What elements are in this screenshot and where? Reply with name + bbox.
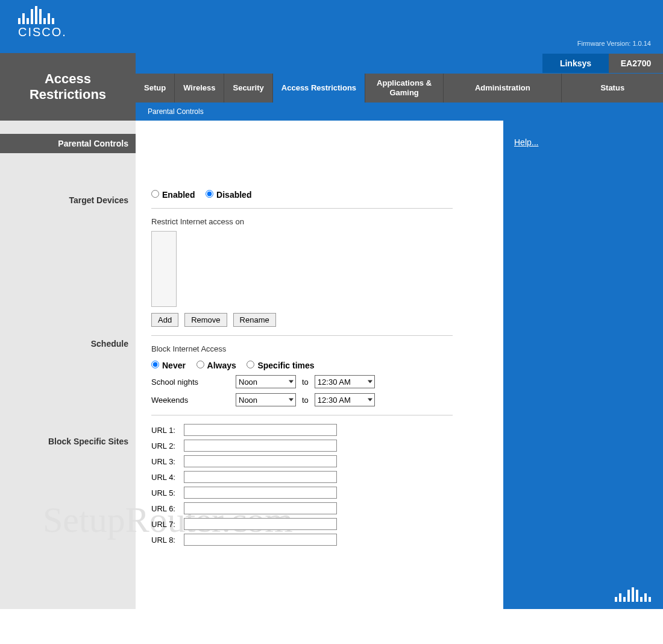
- url-label: URL 2:: [151, 441, 184, 450]
- url-input-3[interactable]: [184, 455, 337, 467]
- cisco-bars-icon: [18, 6, 67, 24]
- school-nights-label: School nights: [151, 377, 230, 387]
- tab-status[interactable]: Status: [562, 74, 663, 103]
- subtab-parental-controls[interactable]: Parental Controls: [148, 107, 204, 116]
- tab-applications-gaming[interactable]: Applications & Gaming: [365, 74, 444, 103]
- to-label: to: [302, 396, 309, 405]
- weekend-from-select[interactable]: Noon: [236, 393, 296, 406]
- url-label: URL 8:: [151, 535, 184, 545]
- school-to-select[interactable]: 12:30 AM: [315, 375, 375, 388]
- url-input-7[interactable]: [184, 518, 337, 530]
- url-input-1[interactable]: [184, 424, 337, 436]
- url-input-2[interactable]: [184, 440, 337, 452]
- url-input-5[interactable]: [184, 487, 337, 499]
- disabled-radio[interactable]: [206, 190, 213, 198]
- school-nights-row: School nights Noon to 12:30 AM: [151, 375, 490, 388]
- schedule-radio-group: Never Always Specific times: [151, 361, 490, 370]
- tab-wireless[interactable]: Wireless: [175, 74, 224, 103]
- always-radio[interactable]: [196, 361, 204, 368]
- disabled-option[interactable]: Disabled: [206, 190, 251, 200]
- rename-button[interactable]: Rename: [233, 313, 276, 327]
- weekend-to-select[interactable]: 12:30 AM: [315, 393, 375, 406]
- top-banner: CISCO. Firmware Version: 1.0.14: [0, 0, 663, 53]
- device-buttons: Add Remove Rename: [151, 313, 490, 327]
- cisco-logo-text: CISCO.: [18, 25, 67, 39]
- nav-wrap: Access Restrictions Linksys EA2700 Setup…: [0, 53, 663, 121]
- brand-row: Linksys EA2700: [136, 53, 663, 74]
- url-label: URL 4:: [151, 473, 184, 482]
- rail-parental-controls: Parental Controls: [0, 134, 136, 153]
- brand-name: Linksys: [542, 54, 609, 73]
- tab-security[interactable]: Security: [224, 74, 272, 103]
- url-row: URL 7:: [151, 518, 490, 530]
- url-label: URL 1:: [151, 426, 184, 435]
- status-radio-group: Enabled Disabled: [151, 190, 490, 200]
- url-label: URL 6:: [151, 504, 184, 513]
- url-list: URL 1:URL 2:URL 3:URL 4:URL 5:URL 6:URL …: [151, 424, 490, 546]
- url-label: URL 7:: [151, 520, 184, 529]
- weekends-label: Weekends: [151, 396, 230, 405]
- url-row: URL 4:: [151, 471, 490, 483]
- divider: [151, 335, 453, 336]
- main-panel: SetupRouter.com Enabled Disabled Restric…: [136, 121, 503, 609]
- model-name: EA2700: [609, 54, 663, 73]
- url-row: URL 5:: [151, 487, 490, 499]
- divider: [151, 208, 453, 209]
- weekends-row: Weekends Noon to 12:30 AM: [151, 393, 490, 406]
- never-option[interactable]: Never: [151, 361, 186, 370]
- remove-button[interactable]: Remove: [184, 313, 227, 327]
- url-input-8[interactable]: [184, 534, 337, 546]
- cisco-bars-icon: [615, 587, 651, 602]
- to-label: to: [302, 377, 309, 387]
- always-option[interactable]: Always: [196, 361, 236, 370]
- tab-access-restrictions[interactable]: Access Restrictions: [273, 74, 365, 103]
- rail-block-sites: Block Specific Sites: [0, 432, 136, 451]
- url-row: URL 2:: [151, 440, 490, 452]
- rail-schedule: Schedule: [0, 334, 136, 353]
- subtab-row: Parental Controls: [136, 103, 663, 121]
- url-label: URL 3:: [151, 457, 184, 466]
- help-sidebar: Help...: [503, 121, 663, 609]
- cisco-logo: CISCO.: [18, 6, 67, 39]
- block-access-label: Block Internet Access: [151, 344, 490, 353]
- never-radio[interactable]: [151, 361, 159, 368]
- url-row: URL 3:: [151, 455, 490, 467]
- url-label: URL 5:: [151, 488, 184, 497]
- url-input-4[interactable]: [184, 471, 337, 483]
- add-button[interactable]: Add: [151, 313, 178, 327]
- page-title: Access Restrictions: [30, 71, 106, 103]
- url-row: URL 8:: [151, 534, 490, 546]
- school-from-select[interactable]: Noon: [236, 375, 296, 388]
- firmware-version: Firmware Version: 1.0.14: [577, 40, 651, 47]
- nav-right: Linksys EA2700 Setup Wireless Security A…: [136, 53, 663, 121]
- url-input-6[interactable]: [184, 502, 337, 514]
- enabled-option[interactable]: Enabled: [151, 190, 195, 200]
- help-link[interactable]: Help...: [514, 137, 538, 147]
- url-row: URL 6:: [151, 502, 490, 514]
- left-rail: Parental Controls Target Devices Schedul…: [0, 121, 136, 609]
- restrict-label: Restrict Internet access on: [151, 217, 490, 226]
- page-title-block: Access Restrictions: [0, 53, 136, 121]
- enabled-radio[interactable]: [151, 190, 159, 198]
- tab-administration[interactable]: Administration: [444, 74, 562, 103]
- url-row: URL 1:: [151, 424, 490, 436]
- device-list[interactable]: [151, 231, 177, 307]
- tab-setup[interactable]: Setup: [136, 74, 175, 103]
- specific-option[interactable]: Specific times: [247, 361, 314, 370]
- main-tabs: Setup Wireless Security Access Restricti…: [136, 74, 663, 103]
- specific-radio[interactable]: [247, 361, 254, 368]
- cisco-footer-logo: [615, 587, 651, 602]
- divider: [151, 415, 453, 415]
- rail-target-devices: Target Devices: [0, 191, 136, 210]
- body-row: Parental Controls Target Devices Schedul…: [0, 121, 663, 609]
